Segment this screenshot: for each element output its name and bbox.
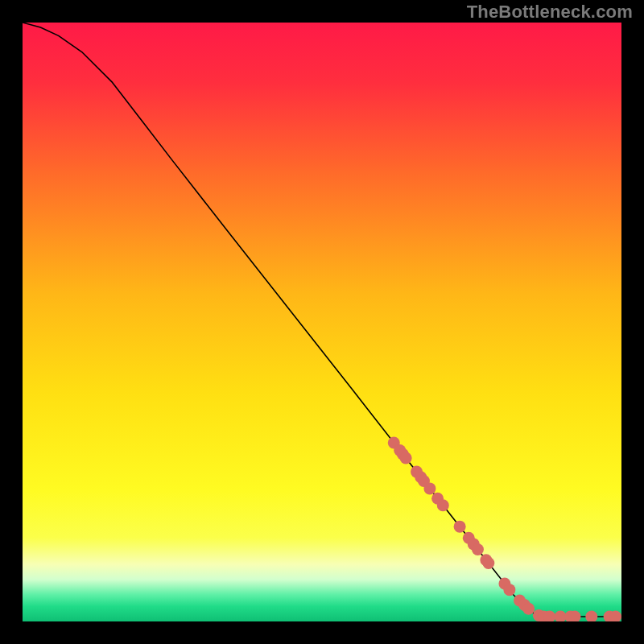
gradient-background bbox=[23, 23, 621, 621]
data-marker bbox=[400, 452, 412, 464]
chart-stage: TheBottleneck.com bbox=[0, 0, 644, 644]
data-marker bbox=[503, 584, 515, 596]
data-marker bbox=[437, 499, 449, 511]
data-marker bbox=[482, 557, 494, 569]
data-marker bbox=[472, 543, 484, 555]
chart-svg bbox=[23, 23, 621, 621]
chart-plot-area bbox=[23, 23, 621, 621]
data-marker bbox=[454, 521, 466, 533]
data-marker bbox=[522, 603, 535, 615]
data-marker bbox=[423, 482, 436, 494]
watermark-text: TheBottleneck.com bbox=[467, 2, 633, 23]
